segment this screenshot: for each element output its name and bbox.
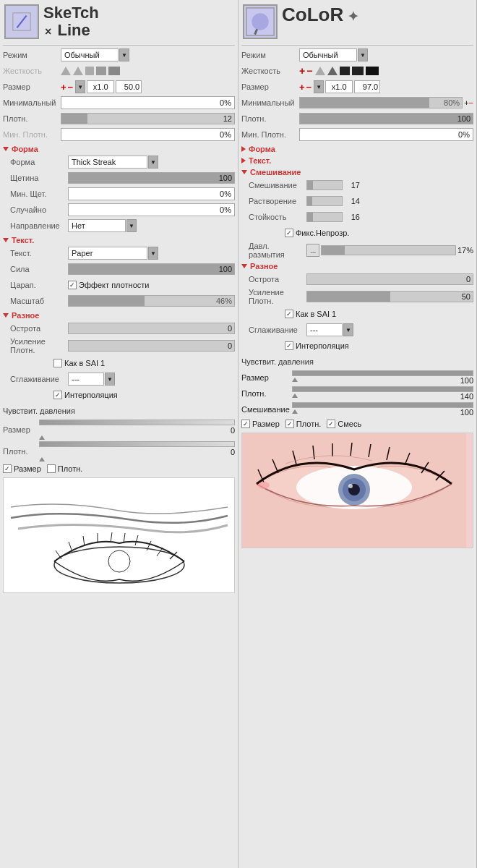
right-hardness-shape-3[interactable] (340, 67, 350, 75)
right-pressure-size-track[interactable] (292, 370, 473, 376)
left-density-slider[interactable]: 12 (61, 113, 235, 124)
right-tool-icon[interactable] (243, 4, 278, 39)
left-hardness-row: Жесткость (3, 64, 235, 78)
left-min-density-value[interactable]: 0% (61, 128, 235, 141)
left-scratch-checkbox[interactable]: ✓ (68, 281, 77, 289)
right-interp-checkbox-row: ✓ Интерполяция (285, 341, 349, 350)
left-texture-section[interactable]: Текст. (3, 236, 235, 244)
right-fix-opacity-cb[interactable]: ✓ (285, 229, 293, 237)
left-size-row: Размер + − ▼ x1.0 50.0 (3, 80, 235, 94)
right-hardness-minus[interactable]: − (306, 65, 312, 77)
right-density-slider[interactable]: 100 (299, 113, 473, 124)
right-blur-btn[interactable]: ... (306, 244, 319, 257)
right-dissolve-slider[interactable] (306, 196, 343, 206)
left-bristle-value: 100 (219, 174, 232, 182)
left-min-value[interactable]: 0% (61, 96, 235, 109)
left-bottom-density-cb[interactable] (47, 464, 56, 473)
right-hardness-shape-2[interactable] (327, 67, 338, 75)
hardness-shape-3[interactable] (85, 67, 94, 75)
left-min-density-label: Мин. Плотн. (3, 130, 61, 139)
right-mode-dropdown[interactable]: Обычный (299, 48, 357, 61)
right-density-boost-slider[interactable]: 50 (306, 291, 473, 302)
right-size-multiplier[interactable]: x1.0 (325, 80, 353, 93)
left-bottom-size-cb[interactable]: ✓ (3, 464, 12, 473)
right-min-minus[interactable]: − (469, 98, 473, 107)
right-blend-section[interactable]: Смешивание (241, 168, 473, 176)
right-bottom-blend-cb[interactable]: ✓ (327, 420, 335, 428)
right-pressure-blend-track[interactable] (292, 402, 473, 408)
left-sai1-checkbox[interactable] (53, 359, 62, 367)
left-density-boost-row: Усиление Плотн. 0 (3, 337, 235, 354)
right-hardness-shape-1[interactable] (315, 67, 325, 75)
left-scale-slider[interactable]: 46% (68, 295, 235, 307)
right-bottom-size-cb[interactable]: ✓ (241, 420, 250, 428)
left-interp-checkbox-row: ✓ Интерполяция (53, 391, 118, 399)
left-smoothing-arrow[interactable]: ▼ (105, 373, 115, 386)
left-random-value[interactable]: 0% (68, 203, 235, 216)
right-sharpness-slider[interactable]: 0 (306, 273, 473, 285)
hardness-shape-4[interactable] (96, 67, 106, 75)
left-pressure-density-track[interactable] (39, 441, 235, 447)
right-min-slider[interactable]: 80% (299, 97, 463, 109)
left-bottom-density-label: Плотн. (58, 464, 83, 473)
right-smoothing-dropdown[interactable]: --- (306, 323, 343, 336)
left-bristle-label: Щетина (10, 174, 68, 182)
right-smoothing-row: Сглаживание --- ▼ (241, 323, 473, 337)
left-size-arrow[interactable]: ▼ (75, 80, 85, 93)
left-mode-dropdown[interactable]: Обычный (61, 48, 119, 61)
left-shape-section-label: Форма (12, 145, 38, 153)
left-density-boost-label: Усиление Плотн. (10, 337, 68, 354)
left-pressure-size-content: 0 (39, 420, 235, 440)
left-texture-arrow[interactable]: ▼ (148, 247, 158, 260)
right-interp-cb[interactable]: ✓ (285, 341, 293, 350)
right-texture-section[interactable]: Текст. (241, 156, 473, 165)
right-shape-section[interactable]: Форма (241, 145, 473, 153)
right-size-plus[interactable]: + (299, 82, 305, 93)
left-force-slider[interactable]: 100 (68, 263, 235, 275)
hardness-shape-1[interactable] (61, 67, 71, 75)
right-size-arrow[interactable]: ▼ (314, 80, 324, 93)
right-blur-slider[interactable] (321, 245, 456, 255)
left-texture-dropdown[interactable]: Paper (68, 247, 147, 260)
left-min-bristle-value[interactable]: 0% (68, 187, 235, 200)
left-density-boost-slider[interactable]: 0 (68, 340, 235, 352)
left-shape-arrow[interactable]: ▼ (148, 156, 158, 169)
left-size-multiplier[interactable]: x1.0 (87, 80, 114, 93)
left-shape-section[interactable]: Форма (3, 145, 235, 153)
right-pressure-density-track[interactable] (292, 386, 473, 392)
right-bottom-size-check: ✓ Размер (241, 420, 280, 428)
left-pressure-size-track[interactable] (39, 420, 235, 425)
right-dissolve-content: 14 (306, 196, 473, 206)
left-misc-section[interactable]: Разное (3, 311, 235, 320)
right-durability-slider[interactable] (306, 212, 343, 222)
right-bottom-density-cb[interactable]: ✓ (285, 420, 294, 428)
right-misc-section[interactable]: Разное (241, 262, 473, 271)
right-blend-slider[interactable] (306, 180, 343, 190)
left-sharpness-slider[interactable]: 0 (68, 323, 235, 334)
right-pressure-blend-content: 100 (292, 402, 473, 417)
right-size-minus[interactable]: − (306, 82, 312, 93)
left-bristle-slider[interactable]: 100 (68, 172, 235, 184)
left-direction-arrow[interactable]: ▼ (126, 219, 137, 232)
right-smoothing-arrow[interactable]: ▼ (343, 323, 353, 336)
right-size-value[interactable]: 97.0 (354, 80, 380, 93)
right-hardness-shape-5[interactable] (366, 67, 379, 75)
svg-point-3 (54, 547, 184, 583)
left-interp-checkbox[interactable]: ✓ (53, 391, 62, 399)
svg-line-11 (135, 535, 138, 545)
right-sai1-cb[interactable]: ✓ (285, 310, 293, 318)
left-size-plus[interactable]: + (61, 82, 66, 93)
right-min-density-value[interactable]: 0% (299, 128, 473, 141)
right-hardness-plus[interactable]: + (299, 65, 305, 77)
right-mode-arrow[interactable]: ▼ (358, 48, 368, 61)
right-hardness-shape-4[interactable] (352, 67, 364, 75)
left-direction-dropdown[interactable]: Нет (68, 219, 126, 232)
left-shape-dropdown[interactable]: Thick Streak (68, 156, 147, 169)
left-size-value[interactable]: 50.0 (116, 80, 142, 93)
left-size-minus[interactable]: − (68, 82, 74, 93)
left-smoothing-dropdown[interactable]: --- (68, 373, 104, 386)
hardness-shape-2[interactable] (73, 67, 83, 75)
left-mode-arrow[interactable]: ▼ (119, 48, 129, 61)
left-tool-icon[interactable] (4, 4, 39, 39)
hardness-shape-5[interactable] (108, 67, 120, 75)
